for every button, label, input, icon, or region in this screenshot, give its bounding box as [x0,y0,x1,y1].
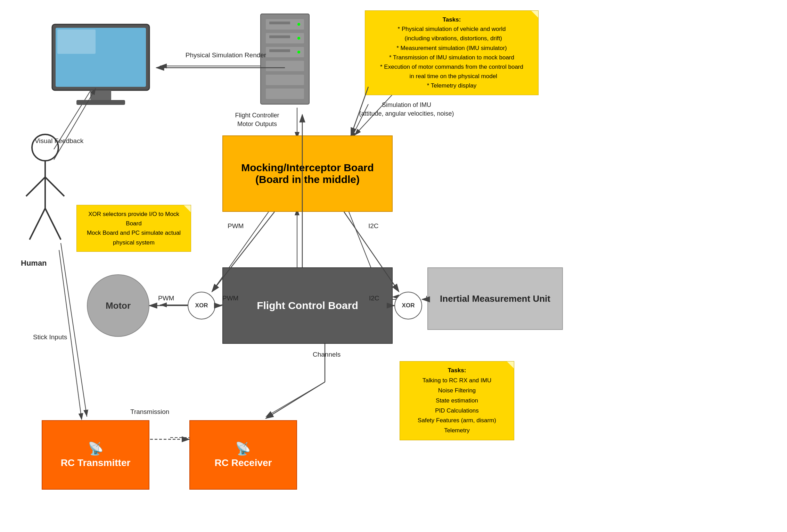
fcb-tasks-text: Tasks: Talking to RC RX and IMU Noise Fi… [418,367,496,434]
label-pwm-to-fcb: PWM [222,294,238,302]
flight-control-board: Flight Control Board [222,267,393,344]
imu-label: Inertial Measurement Unit [440,293,550,304]
svg-line-44 [45,208,61,240]
xor-i2c: XOR [394,292,422,319]
rc-receiver: 📡 RC Receiver [189,420,297,490]
svg-point-35 [297,51,300,53]
server [250,10,320,115]
svg-point-34 [297,37,300,40]
imu-box: Inertial Measurement Unit [427,267,563,330]
label-transmission: Transmission [130,408,169,416]
tasks-note-top: Tasks: * Physical simulation of vehicle … [365,10,539,95]
diagram-container: Tasks: * Physical simulation of vehicle … [0,0,787,532]
rc-receiver-label: RC Receiver [215,457,272,468]
svg-rect-30 [266,61,304,71]
svg-rect-36 [269,22,290,24]
label-visual-feedback: Visual Feedback [35,137,83,145]
svg-line-43 [30,208,45,240]
label-i2c-from-mock: I2C [368,222,379,230]
human-figure [21,132,69,257]
label-fc-motor-outputs: Flight ControllerMotor Outputs [222,111,292,128]
svg-line-41 [26,177,45,196]
mocking-board-label: Mocking/Interceptor Board(Board in the m… [241,162,374,185]
xor-pwm: XOR [188,292,215,319]
rc-transmitter: 📡 RC Transmitter [42,420,149,490]
svg-point-33 [297,23,300,26]
svg-line-42 [45,177,64,196]
label-pwm-from-mock: PWM [228,222,244,230]
tasks-note-top-text: Tasks: * Physical simulation of vehicle … [370,15,533,91]
label-phys-sim-render: Physical Simulation Render [170,51,281,59]
label-human: Human [21,259,47,268]
rc-transmitter-label: RC Transmitter [61,457,131,468]
svg-rect-37 [269,35,290,38]
svg-rect-23 [57,30,96,54]
svg-rect-25 [76,100,125,105]
mocking-board: Mocking/Interceptor Board(Board in the m… [222,135,393,212]
svg-rect-32 [266,89,304,99]
label-sim-imu: Simulation of IMU(attitude, angular velo… [358,101,455,118]
svg-rect-31 [266,75,304,85]
xor-note: XOR selectors provide I/O to Mock Board … [76,205,191,252]
motor: Motor [87,274,149,337]
label-i2c-to-fcb: I2C [369,294,379,302]
svg-line-19 [61,243,87,417]
flight-control-board-label: Flight Control Board [257,300,358,311]
fcb-tasks-note: Tasks: Talking to RC RX and IMU Noise Fi… [400,361,514,440]
label-stick-inputs: Stick Inputs [33,333,67,341]
xor-note-text: XOR selectors provide I/O to Mock Board … [87,211,181,246]
svg-line-15 [266,382,325,417]
label-channels: Channels [313,351,341,358]
label-pwm-to-motor: PWM [158,294,174,302]
svg-rect-24 [90,90,111,101]
monitor [45,21,156,111]
